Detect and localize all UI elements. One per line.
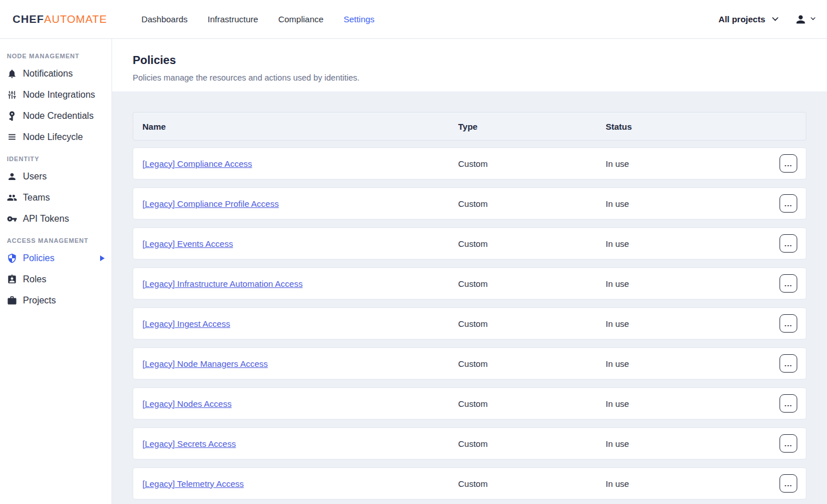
list-icon xyxy=(7,132,17,142)
sidebar-item-label: Users xyxy=(23,171,47,182)
policy-table-row: [Legacy] Events AccessCustomIn use... xyxy=(133,227,806,259)
page-header: Policies Policies manage the resources a… xyxy=(112,39,827,91)
more-options-button[interactable]: ... xyxy=(780,154,797,173)
sidebar-item-api-tokens[interactable]: API Tokens xyxy=(0,208,112,229)
main-nav: DashboardsInfrastructureComplianceSettin… xyxy=(141,14,375,24)
sidebar-item-label: Node Credentials xyxy=(23,111,94,121)
projects-filter-label: All projects xyxy=(718,14,765,24)
top-navigation-bar: CHEFAUTOMATE DashboardsInfrastructureCom… xyxy=(0,0,827,39)
sidebar-item-projects[interactable]: Projects xyxy=(0,290,112,311)
policy-name-link[interactable]: [Legacy] Compliance Access xyxy=(142,159,252,169)
group-icon xyxy=(7,193,17,203)
policy-table-row: [Legacy] Ingest AccessCustomIn use... xyxy=(133,307,806,339)
policy-name-link[interactable]: [Legacy] Telemetry Access xyxy=(142,479,244,489)
policy-status-cell: In use xyxy=(606,159,780,169)
policy-name-link[interactable]: [Legacy] Infrastructure Automation Acces… xyxy=(142,279,303,289)
user-menu[interactable] xyxy=(794,13,817,26)
column-header-name: Name xyxy=(142,122,458,131)
sidebar-section: NODE MANAGEMENTNotificationsNode Integra… xyxy=(0,48,112,147)
sidebar-item-label: API Tokens xyxy=(23,214,69,224)
settings-sidebar: NODE MANAGEMENTNotificationsNode Integra… xyxy=(0,39,112,504)
policy-name-link[interactable]: [Legacy] Compliance Profile Access xyxy=(142,199,279,209)
badge-icon xyxy=(7,274,17,285)
policies-table-body: [Legacy] Compliance AccessCustomIn use..… xyxy=(133,147,806,499)
policy-type-cell: Custom xyxy=(458,199,606,209)
policy-name-link[interactable]: [Legacy] Nodes Access xyxy=(142,399,232,409)
sidebar-item-label: Policies xyxy=(23,253,54,263)
topbar-right: All projects xyxy=(718,13,827,26)
policy-type-cell: Custom xyxy=(458,279,606,289)
sidebar-section-title: NODE MANAGEMENT xyxy=(0,48,112,63)
key-vertical-icon xyxy=(7,111,17,121)
column-header-status: Status xyxy=(606,122,806,131)
more-options-button[interactable]: ... xyxy=(780,274,797,293)
policy-type-cell: Custom xyxy=(458,399,606,409)
sidebar-item-label: Notifications xyxy=(23,69,73,79)
policy-type-cell: Custom xyxy=(458,359,606,369)
policy-name-cell: [Legacy] Infrastructure Automation Acces… xyxy=(142,279,458,289)
policy-name-link[interactable]: [Legacy] Events Access xyxy=(142,239,233,249)
shield-icon xyxy=(7,253,17,263)
sidebar-item-label: Teams xyxy=(23,193,50,203)
sidebar-item-label: Node Lifecycle xyxy=(23,132,83,142)
policy-table-row: [Legacy] Nodes AccessCustomIn use... xyxy=(133,387,806,419)
more-options-button[interactable]: ... xyxy=(780,314,797,333)
policy-name-cell: [Legacy] Secrets Access xyxy=(142,439,458,449)
policy-type-cell: Custom xyxy=(458,479,606,489)
policy-status-cell: In use xyxy=(606,239,780,249)
policy-name-cell: [Legacy] Compliance Access xyxy=(142,159,458,169)
table-header-row: Name Type Status xyxy=(133,112,806,141)
sidebar-item-teams[interactable]: Teams xyxy=(0,187,112,208)
chef-automate-logo: CHEFAUTOMATE xyxy=(13,13,107,26)
policy-type-cell: Custom xyxy=(458,439,606,449)
user-avatar-icon xyxy=(794,13,807,26)
policy-status-cell: In use xyxy=(606,279,780,289)
policy-name-link[interactable]: [Legacy] Secrets Access xyxy=(142,439,236,449)
sidebar-item-users[interactable]: Users xyxy=(0,166,112,187)
sidebar-section: IDENTITYUsersTeamsAPI Tokens xyxy=(0,151,112,229)
policy-name-cell: [Legacy] Node Managers Access xyxy=(142,359,458,369)
sidebar-item-roles[interactable]: Roles xyxy=(0,269,112,290)
main-content: Policies Policies manage the resources a… xyxy=(112,39,827,504)
sidebar-item-node-credentials[interactable]: Node Credentials xyxy=(0,105,112,126)
sidebar-section-title: ACCESS MANAGEMENT xyxy=(0,233,112,247)
sidebar-section: ACCESS MANAGEMENTPoliciesRolesProjects xyxy=(0,233,112,311)
sidebar-item-notifications[interactable]: Notifications xyxy=(0,63,112,84)
nav-item-compliance[interactable]: Compliance xyxy=(278,14,323,24)
more-options-button[interactable]: ... xyxy=(780,394,797,413)
sidebar-item-node-lifecycle[interactable]: Node Lifecycle xyxy=(0,126,112,147)
policy-type-cell: Custom xyxy=(458,239,606,249)
projects-filter-dropdown[interactable]: All projects xyxy=(718,14,778,24)
policy-status-cell: In use xyxy=(606,319,780,329)
nav-item-settings[interactable]: Settings xyxy=(344,14,375,24)
more-options-button[interactable]: ... xyxy=(780,194,797,213)
policy-name-link[interactable]: [Legacy] Ingest Access xyxy=(142,319,230,329)
briefcase-icon xyxy=(7,295,17,306)
sidebar-item-label: Node Integrations xyxy=(23,90,95,100)
policy-name-cell: [Legacy] Events Access xyxy=(142,239,458,249)
more-options-button[interactable]: ... xyxy=(780,354,797,373)
sidebar-item-node-integrations[interactable]: Node Integrations xyxy=(0,84,112,105)
more-options-button[interactable]: ... xyxy=(780,434,797,453)
policy-type-cell: Custom xyxy=(458,319,606,329)
policy-status-cell: In use xyxy=(606,359,780,369)
nav-item-dashboards[interactable]: Dashboards xyxy=(141,14,188,24)
policy-status-cell: In use xyxy=(606,439,780,449)
policies-panel: Name Type Status [Legacy] Compliance Acc… xyxy=(112,91,827,504)
bell-icon xyxy=(7,69,17,79)
sidebar-item-label: Roles xyxy=(23,274,46,285)
sidebar-item-policies[interactable]: Policies xyxy=(0,247,112,269)
nav-item-infrastructure[interactable]: Infrastructure xyxy=(208,14,258,24)
submenu-arrow-icon xyxy=(100,255,105,261)
more-options-button[interactable]: ... xyxy=(780,234,797,253)
policy-table-row: [Legacy] Compliance AccessCustomIn use..… xyxy=(133,147,806,179)
policy-name-link[interactable]: [Legacy] Node Managers Access xyxy=(142,359,268,369)
policy-status-cell: In use xyxy=(606,399,780,409)
logo-automate-text: AUTOMATE xyxy=(44,13,107,25)
policy-name-cell: [Legacy] Ingest Access xyxy=(142,319,458,329)
policy-type-cell: Custom xyxy=(458,159,606,169)
sidebar-item-label: Projects xyxy=(23,295,56,306)
policy-name-cell: [Legacy] Nodes Access xyxy=(142,399,458,409)
more-options-button[interactable]: ... xyxy=(780,474,797,493)
policy-table-row: [Legacy] Secrets AccessCustomIn use... xyxy=(133,427,806,459)
